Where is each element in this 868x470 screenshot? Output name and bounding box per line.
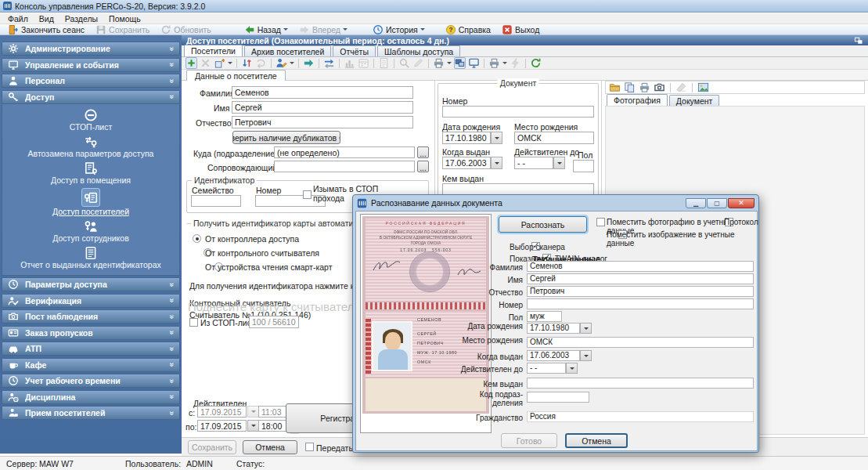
patronymic-input[interactable]: Петрович <box>232 116 413 128</box>
stoplist-counter-field[interactable]: 100 / 56610 <box>249 316 299 328</box>
sidebar-section-administration[interactable]: Администрирование » <box>2 42 180 56</box>
search-icon[interactable] <box>398 57 410 69</box>
doc-valid-until-dropdown[interactable] <box>553 157 565 169</box>
add-visitor-icon[interactable] <box>185 57 197 69</box>
valid-to-date[interactable]: 17.09.2015 <box>197 420 247 432</box>
doc-gender-input[interactable] <box>573 160 594 172</box>
dlg-issued-dropdown[interactable] <box>580 350 592 361</box>
menu-view[interactable]: Вид <box>34 14 59 24</box>
valid-to-time[interactable]: 18:00 <box>258 420 290 432</box>
undo-icon[interactable] <box>255 57 267 69</box>
tab-photo[interactable]: Фотография <box>607 94 668 106</box>
escort-input[interactable] <box>274 161 415 172</box>
image-icon[interactable] <box>697 81 709 93</box>
doc-birth-date-dropdown[interactable] <box>491 132 502 144</box>
menu-sections[interactable]: Разделы <box>60 14 103 24</box>
eraser-icon[interactable] <box>675 81 687 93</box>
sidebar-section-access[interactable]: Доступ » <box>2 90 180 104</box>
valid-from-date-dropdown[interactable] <box>247 406 259 418</box>
pin-panels-icon[interactable] <box>854 36 863 45</box>
sidebar-section-time-tracking[interactable]: Учет рабочего времени » <box>2 374 180 388</box>
tab-reports[interactable]: Отчёты <box>333 45 376 56</box>
exit-button[interactable]: Выход <box>497 24 544 34</box>
dialog-maximize-button[interactable]: ▢ <box>707 198 727 208</box>
radio-from-controller[interactable] <box>193 234 201 243</box>
doc-issued-date-combo[interactable]: 17.06.2003 <box>442 157 491 169</box>
sort-icon[interactable] <box>241 57 253 69</box>
lightning-icon[interactable] <box>510 57 521 69</box>
sidebar-item-room-access[interactable]: Доступ в помещения <box>51 161 131 185</box>
dlg-number-input[interactable] <box>527 298 754 309</box>
user-edit-icon[interactable] <box>276 57 287 69</box>
dlg-gender-input[interactable]: муж <box>527 311 562 322</box>
printer-dropdown-icon[interactable] <box>447 62 452 67</box>
tab-access-templates[interactable]: Шаблоны доступа <box>377 45 460 56</box>
dlg-issued-combo[interactable]: 17.06.2003 <box>527 350 580 361</box>
doc-birth-date-combo[interactable]: 17.10.1980 <box>442 132 491 144</box>
done-button[interactable]: Готово <box>501 433 557 448</box>
open-folder-icon[interactable] <box>609 81 621 93</box>
monitor-view-icon[interactable] <box>468 57 480 69</box>
chart-icon[interactable] <box>344 57 355 69</box>
export-dropdown-icon[interactable] <box>228 62 232 67</box>
dialog-cancel-button[interactable]: Отмена <box>565 433 628 448</box>
sidebar-section-visitor-reception[interactable]: Прием посетителей » <box>2 406 180 420</box>
sidebar-section-observation-post[interactable]: Пост наблюдения » <box>2 309 180 324</box>
sidebar-section-management-events[interactable]: Управление и события » <box>2 58 180 72</box>
dialog-close-button[interactable]: ✕ <box>728 198 755 208</box>
transfer-rights-checkbox[interactable] <box>305 443 314 451</box>
sidebar-section-discipline[interactable]: Дисциплина » <box>2 390 180 404</box>
edit-icon[interactable] <box>412 57 424 69</box>
withdraw-stoplist-checkbox[interactable] <box>303 190 312 199</box>
dlg-patronymic-input[interactable]: Петрович <box>527 286 754 297</box>
export-icon[interactable] <box>214 57 225 69</box>
dlg-dept-code-input[interactable] <box>527 392 589 403</box>
sidebar-item-identifier-report[interactable]: Отчет о выданных идентификаторах <box>20 246 161 269</box>
forward-button[interactable]: Вперед <box>294 24 352 34</box>
sidebar-section-personnel[interactable]: Персонал » <box>2 74 180 88</box>
refresh-list-icon[interactable] <box>530 57 542 69</box>
tab-visitor-archive[interactable]: Архив посетителей <box>244 45 331 56</box>
printer-icon[interactable] <box>433 57 445 69</box>
tab-visitor-data[interactable]: Данные о посетителе <box>186 70 286 81</box>
name-input[interactable]: Сергей <box>232 101 413 114</box>
department-input[interactable]: (не определено) <box>274 146 415 158</box>
dialog-title-bar[interactable]: Распознавание данных документа ▁ ▢ ✕ <box>353 195 758 211</box>
doc-birth-place-input[interactable]: ОМСК <box>514 132 594 144</box>
print-card-icon[interactable] <box>488 57 500 69</box>
sidebar-item-stop-list[interactable]: СТОП-лист <box>70 108 112 132</box>
copy-icon[interactable] <box>624 81 636 93</box>
save-button[interactable]: Сохранить <box>91 24 154 34</box>
check-duplicates-button[interactable]: Проверить наличие дубликатов ФИО <box>232 131 340 144</box>
sidebar-section-atp[interactable]: АТП » <box>2 342 180 356</box>
delete-visitor-icon[interactable] <box>200 57 211 69</box>
schedule-icon[interactable] <box>358 57 369 69</box>
camera-capture-icon[interactable] <box>654 81 665 93</box>
sidebar-section-cafe[interactable]: Кафе » <box>2 358 180 372</box>
save-visitor-button[interactable]: Сохранить <box>188 440 236 454</box>
menu-file[interactable]: Файл <box>3 14 33 24</box>
go-arrow-icon[interactable] <box>303 57 315 69</box>
transfer-icon[interactable] <box>323 57 335 69</box>
monitors-icon[interactable] <box>454 57 466 69</box>
dlg-valid-dropdown[interactable] <box>566 363 578 374</box>
end-session-button[interactable]: Закончить сеанс <box>3 24 89 34</box>
history-button[interactable]: История <box>368 24 430 34</box>
valid-from-time[interactable]: 11:03 <box>258 406 290 418</box>
dialog-minimize-button[interactable]: ▁ <box>686 198 706 208</box>
department-browse-button[interactable]: ... <box>417 146 429 158</box>
help-button[interactable]: Справка <box>441 24 495 34</box>
sidebar-section-verification[interactable]: Верификация » <box>2 294 180 308</box>
doc-number-input[interactable] <box>442 106 594 118</box>
print-photo-icon[interactable] <box>639 81 650 93</box>
dlg-issuer-input[interactable] <box>527 378 754 389</box>
refresh-button[interactable]: Обновить <box>156 24 216 34</box>
sidebar-item-employee-access[interactable]: Доступ сотрудников <box>52 219 128 243</box>
place-photo-checkbox[interactable] <box>596 218 605 226</box>
user-edit-dropdown-icon[interactable] <box>290 62 294 67</box>
sidebar-item-auto-replace[interactable]: Автозамена параметров доступа <box>28 135 154 158</box>
menu-help[interactable]: Помощь <box>104 14 146 24</box>
family-input[interactable] <box>191 195 241 207</box>
tab-visitors[interactable]: Посетители <box>184 45 243 56</box>
dlg-surname-input[interactable]: Семенов <box>527 261 754 272</box>
